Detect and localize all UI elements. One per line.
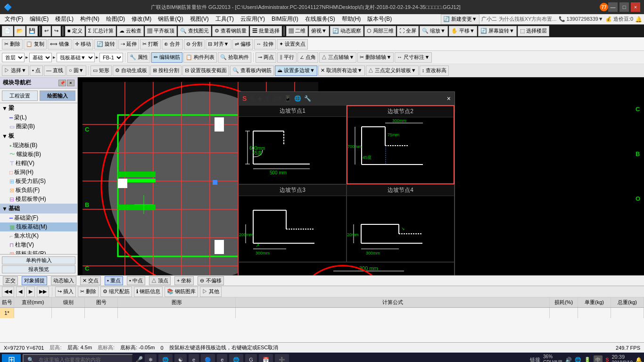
- edit-rebar-button[interactable]: ✏ 编辑钢筋: [151, 52, 182, 63]
- redo-button[interactable]: ↪: [52, 26, 61, 36]
- scale-config-button[interactable]: ⚙ 缩尺配筋: [100, 287, 132, 297]
- offset-button[interactable]: ⇌ 偏移: [232, 39, 253, 49]
- circle-button[interactable]: ○ 圆▼: [66, 66, 86, 76]
- angle-point-button[interactable]: ∠ 点角: [297, 52, 318, 63]
- rotate-button[interactable]: 🔄 旋转: [94, 39, 117, 49]
- canvas-area[interactable]: 2900 5 C B C C B O S 英 ◆ 🎙 ⌨: [78, 77, 644, 275]
- menu-bim[interactable]: BIM应用(I): [269, 14, 301, 24]
- maximize-button[interactable]: □: [619, 2, 629, 12]
- dim-note-button[interactable]: ↔ 尺寸标注▼: [395, 52, 432, 63]
- set-section-button[interactable]: ⊟ 设置筏板变截面: [182, 66, 229, 76]
- no-offset-button[interactable]: ⊖ 不偏移: [198, 276, 223, 285]
- minimize-button[interactable]: —: [608, 2, 618, 12]
- nav-prev-button[interactable]: ◀: [16, 287, 25, 297]
- taskbar-app-globe[interactable]: 🌐: [158, 354, 173, 362]
- stretch-button[interactable]: ↔ 拉伸: [254, 39, 276, 49]
- select-floor-button[interactable]: ⬚ 选择楼层: [518, 26, 549, 36]
- menu-rebar-qty[interactable]: 钢筋量(Q): [155, 14, 186, 24]
- ime-keyboard[interactable]: ⌨: [273, 95, 281, 102]
- grip-button[interactable]: ✦ 设置夹点: [277, 39, 308, 49]
- rebar-info-button[interactable]: ℹ 钢筋信息: [134, 287, 163, 297]
- del-aux-button[interactable]: ✂ 删除辅轴▼: [357, 52, 394, 63]
- zoom-in-button[interactable]: 🔍 缩放▼: [420, 26, 448, 36]
- ime-english[interactable]: 英: [249, 95, 255, 103]
- nav-item-neg-rebar[interactable]: ⊠ 板负筋(F): [0, 186, 77, 195]
- eng-settings-button[interactable]: 工程设置: [2, 90, 38, 101]
- nav-item-slab-hole[interactable]: □ 板洞(H): [0, 168, 77, 177]
- flat-slab-button[interactable]: ▦ 平齐板顶: [145, 26, 177, 36]
- coord-button[interactable]: + 坐标: [174, 276, 194, 285]
- tray-ime-icon[interactable]: S: [605, 357, 609, 362]
- move-button[interactable]: ✛ 移动: [73, 39, 93, 49]
- taskbar-app-plus[interactable]: ➕: [275, 354, 289, 362]
- 2d-view-button[interactable]: ▦ 二维: [286, 26, 308, 36]
- two-point-button[interactable]: ⊸ 两点: [256, 52, 276, 63]
- taskbar-app-g[interactable]: G: [245, 354, 257, 362]
- menu-file[interactable]: 文件(F): [2, 14, 26, 24]
- nav-item-col-pier[interactable]: ⊓ 柱墩(V): [0, 240, 77, 249]
- window-controls[interactable]: — □ ×: [608, 2, 640, 12]
- panel-close-button[interactable]: ×: [67, 80, 74, 86]
- align-button[interactable]: ⊟ 对齐▼: [206, 39, 231, 49]
- taskbar-mic-icon[interactable]: 🎤: [135, 356, 143, 362]
- extend-button[interactable]: ⇢ 延伸: [118, 39, 139, 49]
- ime-mic[interactable]: 🎙: [265, 95, 271, 102]
- intersection-button[interactable]: ✕ 交点: [80, 276, 101, 285]
- floor-select[interactable]: 首层 基础: [2, 53, 25, 62]
- cloud-check-button[interactable]: ☁ 云检查: [117, 26, 144, 36]
- other-button[interactable]: ▷ 其他: [200, 287, 222, 297]
- nav-section-foundation[interactable]: ▼ 基础: [0, 204, 77, 214]
- nav-next-button[interactable]: ▶: [26, 287, 35, 297]
- draw-input-button[interactable]: 绘图输入: [40, 90, 75, 101]
- mirror-button[interactable]: ⟺ 镜像: [48, 39, 72, 49]
- delete-button[interactable]: ✂ 删除: [2, 39, 23, 49]
- three-point-aux-button[interactable]: △ 三点辅轴▼: [319, 52, 356, 63]
- col-split-button[interactable]: ⊞ 按柱分割: [150, 66, 182, 76]
- tray-lang-icon[interactable]: 中: [594, 355, 603, 362]
- menu-version[interactable]: 版本号(B): [364, 14, 395, 24]
- three-pt-slope-button[interactable]: △ 三点定义斜坡板▼: [366, 66, 419, 76]
- menu-draw[interactable]: 绘图(D): [103, 14, 128, 24]
- taskbar-app-blue-circle[interactable]: 🔵: [201, 354, 215, 362]
- nav-item-sump[interactable]: ⌐ 集水坑(K): [0, 231, 77, 240]
- new-button[interactable]: 📄: [2, 26, 13, 36]
- sum-calc-button[interactable]: Σ 汇总计算: [86, 26, 116, 36]
- nav-item-raft-main[interactable]: ⊞ 筏板主筋(R): [0, 249, 77, 254]
- view-slab-rebar-button[interactable]: 🔍 查看板内钢筋: [230, 66, 274, 76]
- copy-button[interactable]: 📋 复制: [24, 39, 47, 49]
- menu-cloud[interactable]: 云应用(Y): [238, 14, 268, 24]
- point-button[interactable]: • 点: [30, 66, 43, 76]
- set-slope-button[interactable]: ⛰ 设置多边坡▼: [275, 66, 317, 76]
- menu-modify[interactable]: 修改(M): [129, 14, 154, 24]
- rect-button[interactable]: ▭ 矩形: [91, 66, 112, 76]
- start-button[interactable]: ⊞: [2, 354, 21, 362]
- taskbar-app-snowflake[interactable]: ❄: [145, 354, 157, 362]
- nav-item-floor-band[interactable]: ⊟ 楼层板带(H): [0, 195, 77, 204]
- component-list-button[interactable]: 📋 构件列表: [183, 52, 217, 63]
- screen-rotate-button[interactable]: 🔄 屏幕旋转▼: [478, 26, 517, 36]
- menu-edit[interactable]: 编辑(E): [27, 14, 51, 24]
- parallel-button[interactable]: ∥ 平行: [277, 52, 297, 63]
- open-button[interactable]: 📂: [14, 26, 25, 36]
- line-button[interactable]: — 直线: [44, 66, 66, 76]
- snap-button[interactable]: 对象捕捉: [22, 276, 47, 285]
- menu-help[interactable]: 帮助(H): [339, 14, 364, 24]
- nav-item-slab-rebar[interactable]: ⊞ 板受力筋(S): [0, 177, 77, 186]
- nav-first-button[interactable]: ◀◀: [2, 287, 14, 297]
- ime-tools[interactable]: 🔧: [304, 95, 311, 102]
- menu-online[interactable]: 在线服务(S): [302, 14, 338, 24]
- ortho-button[interactable]: 正交: [3, 276, 18, 285]
- batch-select-button[interactable]: ☰ 批量选择: [250, 26, 282, 36]
- local-3d-button[interactable]: ⬡ 局部三维: [364, 26, 396, 36]
- dialog-close-button[interactable]: ×: [447, 95, 451, 102]
- ime-network[interactable]: 🌐: [294, 95, 301, 102]
- delete-rebar-button[interactable]: ✂ 删除: [78, 287, 99, 297]
- rebar-lib-button[interactable]: 📚 钢筋图库: [165, 287, 198, 297]
- component-subtype-select[interactable]: 筏板基础▼: [57, 53, 95, 62]
- view-rebar-qty-button[interactable]: ⚙ 查看钢筋量: [212, 26, 249, 36]
- menu-component[interactable]: 构件(N): [77, 14, 102, 24]
- taskbar-app-ie-old[interactable]: ☯: [174, 354, 187, 362]
- auto-gen-button[interactable]: ⚙ 自动生成板: [113, 66, 149, 76]
- insert-rebar-button[interactable]: ↪ 插入: [55, 287, 76, 297]
- taskbar-app-globe2[interactable]: 🌐: [229, 354, 243, 362]
